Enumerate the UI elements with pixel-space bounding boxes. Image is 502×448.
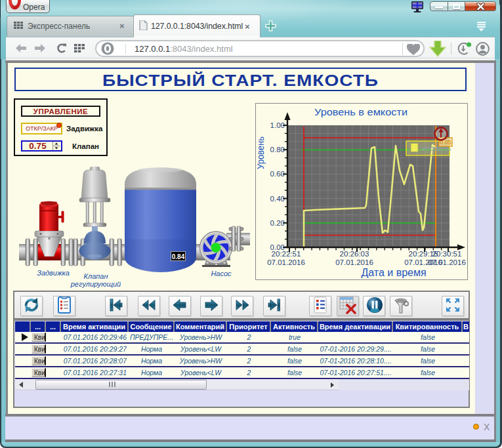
svg-text:0.84: 0.84 [172, 253, 185, 260]
svg-text:0.20: 0.20 [270, 219, 285, 227]
svg-text:Дата и время: Дата и время [361, 267, 426, 278]
svg-text:20:26:03: 20:26:03 [340, 250, 369, 258]
svg-text:07.01.2016: 07.01.2016 [335, 258, 373, 266]
svg-text:Уровень: Уровень [256, 136, 266, 169]
svg-text:0.80: 0.80 [270, 146, 285, 153]
svg-text:20:22:51: 20:22:51 [272, 250, 301, 258]
svg-text:Уровень в емкости: Уровень в емкости [314, 106, 408, 117]
svg-text:1.00: 1.00 [270, 121, 285, 129]
svg-text:0.40: 0.40 [270, 195, 285, 203]
svg-text:07.01.2016: 07.01.2016 [267, 258, 305, 266]
svg-text:0.60: 0.60 [270, 170, 285, 178]
svg-text:07.01.2016: 07.01.2016 [428, 258, 466, 266]
svg-text:20:30:51: 20:30:51 [432, 250, 462, 258]
